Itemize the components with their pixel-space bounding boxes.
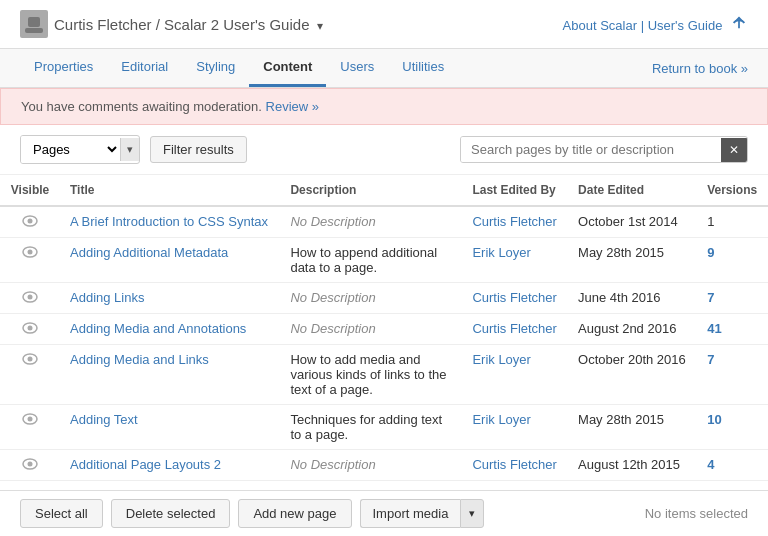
external-link-icon bbox=[730, 17, 748, 33]
filter-results-button[interactable]: Filter results bbox=[150, 136, 247, 163]
title-cell: Adding Media and Annotations bbox=[60, 314, 280, 345]
alert-review-link[interactable]: Review » bbox=[266, 99, 319, 114]
eye-icon[interactable] bbox=[22, 245, 38, 261]
eye-icon[interactable] bbox=[22, 214, 38, 230]
items-selected-status: No items selected bbox=[645, 506, 748, 521]
col-description: Description bbox=[280, 175, 462, 206]
eye-icon[interactable] bbox=[22, 352, 38, 368]
filter-select-arrow-icon[interactable]: ▾ bbox=[120, 138, 139, 161]
eye-icon[interactable] bbox=[22, 321, 38, 337]
edited-by-link[interactable]: Curtis Fletcher bbox=[472, 214, 557, 229]
versions-cell: 1 bbox=[697, 206, 768, 238]
versions-link[interactable]: 10 bbox=[707, 412, 721, 427]
versions-link[interactable]: 41 bbox=[707, 321, 721, 336]
filter-select[interactable]: Pages Media Tags Comments bbox=[21, 136, 120, 163]
tab-styling[interactable]: Styling bbox=[182, 49, 249, 87]
title-cell: Adding Text bbox=[60, 405, 280, 450]
edited-by-cell: Curtis Fletcher bbox=[462, 450, 568, 481]
page-title-link[interactable]: Additional Page Layouts 2 bbox=[70, 457, 221, 472]
nav-tabs: Properties Editorial Styling Content Use… bbox=[0, 49, 768, 88]
visible-cell bbox=[0, 481, 60, 486]
visible-cell bbox=[0, 238, 60, 283]
user-book-title[interactable]: Curtis Fletcher / Scalar 2 User's Guide … bbox=[54, 16, 323, 33]
pages-table: Visible Title Description Last Edited By… bbox=[0, 175, 768, 485]
date-edited-cell: October 20th 2016 bbox=[568, 345, 697, 405]
select-all-button[interactable]: Select all bbox=[20, 499, 103, 528]
header: Curtis Fletcher / Scalar 2 User's Guide … bbox=[0, 0, 768, 49]
search-clear-button[interactable]: ✕ bbox=[721, 138, 747, 162]
edited-by-link[interactable]: Erik Loyer bbox=[472, 352, 531, 367]
visible-cell bbox=[0, 206, 60, 238]
versions-link[interactable]: 4 bbox=[707, 457, 714, 472]
table-row: Adding TextTechniques for adding text to… bbox=[0, 405, 768, 450]
edited-by-link[interactable]: Curtis Fletcher bbox=[472, 457, 557, 472]
svg-point-15 bbox=[28, 462, 33, 467]
edited-by-link[interactable]: Curtis Fletcher bbox=[472, 321, 557, 336]
tab-content[interactable]: Content bbox=[249, 49, 326, 87]
no-description-label: No Description bbox=[290, 457, 375, 472]
col-visible: Visible bbox=[0, 175, 60, 206]
no-description-label: No Description bbox=[290, 214, 375, 229]
title-cell: Additional Page Layouts 2 bbox=[60, 450, 280, 481]
status-label: No items selected bbox=[645, 506, 748, 521]
versions-cell: 29 bbox=[697, 481, 768, 486]
versions-link[interactable]: 7 bbox=[707, 352, 714, 367]
versions-link[interactable]: 9 bbox=[707, 245, 714, 260]
return-to-book-link[interactable]: Return to book » bbox=[652, 61, 748, 76]
table-row: Adding Media and LinksHow to add media a… bbox=[0, 345, 768, 405]
search-input[interactable] bbox=[461, 137, 721, 162]
import-media-dropdown-arrow[interactable]: ▾ bbox=[460, 499, 484, 528]
description-cell: No Description bbox=[280, 283, 462, 314]
date-edited-cell: May 28th 2015 bbox=[568, 405, 697, 450]
svg-point-11 bbox=[28, 357, 33, 362]
description-cell: No Description bbox=[280, 314, 462, 345]
delete-selected-button[interactable]: Delete selected bbox=[111, 499, 231, 528]
table-row: Adding Additional MetadataHow to append … bbox=[0, 238, 768, 283]
date-edited-cell: April 17th 2018 bbox=[568, 481, 697, 486]
versions-cell: 10 bbox=[697, 405, 768, 450]
versions-link[interactable]: 7 bbox=[707, 290, 714, 305]
eye-icon[interactable] bbox=[22, 412, 38, 428]
users-guide-link[interactable]: User's Guide bbox=[648, 18, 723, 33]
page-title-link[interactable]: Adding Links bbox=[70, 290, 144, 305]
description-text: How to add media and various kinds of li… bbox=[280, 345, 462, 405]
date-edited-cell: August 12th 2015 bbox=[568, 450, 697, 481]
alert-message: You have comments awaiting moderation. bbox=[21, 99, 262, 114]
description-text: Techniques for adding text to a page. bbox=[280, 405, 462, 450]
tab-utilities[interactable]: Utilities bbox=[388, 49, 458, 87]
eye-icon[interactable] bbox=[22, 290, 38, 306]
page-title-link[interactable]: Adding Media and Annotations bbox=[70, 321, 246, 336]
date-edited-cell: June 4th 2016 bbox=[568, 283, 697, 314]
svg-point-9 bbox=[28, 326, 33, 331]
edited-by-link[interactable]: Curtis Fletcher bbox=[472, 290, 557, 305]
description-text: How to append additional data to a page. bbox=[280, 238, 462, 283]
alert-banner: You have comments awaiting moderation. R… bbox=[0, 88, 768, 125]
page-title-link[interactable]: A Brief Introduction to CSS Syntax bbox=[70, 214, 268, 229]
edited-by-link[interactable]: Erik Loyer bbox=[472, 245, 531, 260]
about-scalar-link[interactable]: About Scalar bbox=[563, 18, 637, 33]
page-title-link[interactable]: Adding Additional Metadata bbox=[70, 245, 228, 260]
add-new-page-button[interactable]: Add new page bbox=[238, 499, 351, 528]
tab-editorial[interactable]: Editorial bbox=[107, 49, 182, 87]
edited-by-link[interactable]: Erik Loyer bbox=[472, 412, 531, 427]
book-dropdown-arrow[interactable]: ▾ bbox=[317, 19, 323, 33]
page-title-link[interactable]: Adding Text bbox=[70, 412, 138, 427]
eye-icon[interactable] bbox=[22, 457, 38, 473]
edited-by-cell: Craig Dietrich bbox=[462, 481, 568, 486]
tab-users[interactable]: Users bbox=[326, 49, 388, 87]
visible-cell bbox=[0, 283, 60, 314]
table-row: Additional Page Layouts 2No DescriptionC… bbox=[0, 450, 768, 481]
no-description-label: No Description bbox=[290, 290, 375, 305]
versions-cell: 41 bbox=[697, 314, 768, 345]
import-media-button[interactable]: Import media bbox=[360, 499, 461, 528]
title-cell: Adding Links bbox=[60, 283, 280, 314]
edited-by-cell: Curtis Fletcher bbox=[462, 206, 568, 238]
title-cell: Adding Additional Metadata bbox=[60, 238, 280, 283]
header-right-links: About Scalar | User's Guide bbox=[563, 16, 748, 33]
description-text: Exploring Scalar's more advanced feature… bbox=[280, 481, 462, 486]
page-title-link[interactable]: Adding Media and Links bbox=[70, 352, 209, 367]
footer: Select all Delete selected Add new page … bbox=[0, 490, 768, 536]
visible-cell bbox=[0, 345, 60, 405]
tab-properties[interactable]: Properties bbox=[20, 49, 107, 87]
toolbar: Pages Media Tags Comments ▾ Filter resul… bbox=[0, 125, 768, 175]
